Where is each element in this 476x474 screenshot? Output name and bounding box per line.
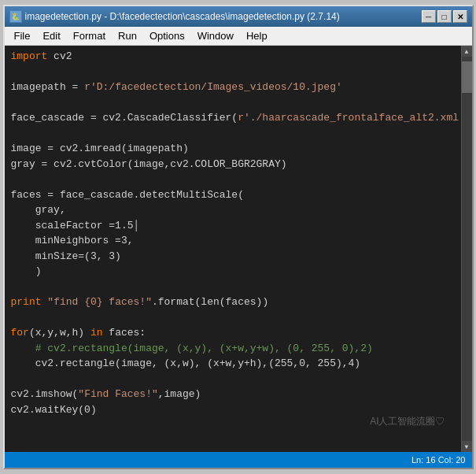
menu-edit[interactable]: Edit [36, 28, 66, 43]
code-line-8: gray = cv2.cvtColor(image,cv2.COLOR_BGR2… [11, 157, 455, 172]
code-line-24: cv2.waitKey(0) [11, 402, 455, 418]
scroll-down-arrow[interactable]: ▼ [462, 441, 472, 452]
code-line-12: scaleFactor =1.5│ [11, 218, 455, 234]
code-line-22 [11, 372, 455, 387]
code-line-15: ) [11, 264, 455, 280]
code-line-16 [11, 280, 455, 295]
main-window: 🐍 imagedetection.py - D:\facedectection\… [3, 5, 474, 469]
editor-main: import cv2 imagepath = r'D:/facedectecti… [5, 46, 461, 452]
menu-bar: File Edit Format Run Options Window Help [5, 27, 472, 46]
minimize-button[interactable]: ─ [422, 10, 436, 23]
code-line-18 [11, 310, 455, 326]
code-line-6 [11, 126, 455, 142]
maximize-button[interactable]: □ [437, 10, 452, 23]
title-bar: 🐍 imagedetection.py - D:\facedectection\… [5, 6, 472, 27]
code-line-11: gray, [11, 202, 455, 218]
code-line-13: minNeighbors =3, [11, 233, 455, 249]
code-line-2 [11, 65, 455, 80]
window-title: imagedetection.py - D:\facedectection\ca… [25, 11, 340, 22]
scrollbar-thumb[interactable] [462, 61, 472, 93]
scroll-up-arrow[interactable]: ▲ [462, 46, 472, 57]
code-line-25 [11, 417, 455, 433]
app-icon: 🐍 [9, 10, 22, 23]
title-buttons[interactable]: ─ □ ✕ [422, 10, 467, 23]
menu-help[interactable]: Help [240, 28, 274, 43]
code-line-27 [11, 448, 455, 452]
code-line-14: minSize=(3, 3) [11, 249, 455, 265]
code-line-26 [11, 433, 455, 449]
code-line-7: image = cv2.imread(imagepath) [11, 141, 455, 157]
code-line-17: print "find {0} faces!".format(len(faces… [11, 294, 455, 310]
code-line-3: imagepath = r'D:/facedectection/Images_v… [11, 80, 455, 95]
editor-container: import cv2 imagepath = r'D:/facedectecti… [5, 46, 472, 452]
code-line-20: # cv2.rectangle(image, (x,y), (x+w,y+w),… [11, 341, 455, 357]
cursor-position: Ln: 16 Col: 20 [411, 455, 466, 465]
status-bar: Ln: 16 Col: 20 [5, 452, 472, 468]
code-line-5: face_cascade = cv2.CascadeClassifier(r'.… [11, 110, 455, 126]
code-line-4 [11, 95, 455, 111]
code-line-23: cv2.imshow("Find Faces!",image) [11, 387, 455, 402]
title-bar-left: 🐍 imagedetection.py - D:\facedectection\… [9, 10, 340, 23]
code-area[interactable]: import cv2 imagepath = r'D:/facedectecti… [5, 46, 461, 452]
code-line-10: faces = face_cascade.detectMultiScale( [11, 187, 455, 203]
close-button[interactable]: ✕ [453, 10, 467, 23]
menu-file[interactable]: File [8, 28, 37, 43]
code-line-9 [11, 172, 455, 187]
menu-options[interactable]: Options [143, 28, 191, 43]
menu-window[interactable]: Window [191, 28, 240, 43]
code-line-19: for(x,y,w,h) in faces: [11, 325, 455, 341]
menu-format[interactable]: Format [67, 28, 112, 43]
scrollbar-right[interactable]: ▲ ▼ [461, 46, 472, 452]
menu-run[interactable]: Run [112, 28, 143, 43]
code-line-21: cv2.rectangle(image, (x,w), (x+w,y+h),(2… [11, 356, 455, 372]
code-line-1: import cv2 [11, 49, 455, 65]
